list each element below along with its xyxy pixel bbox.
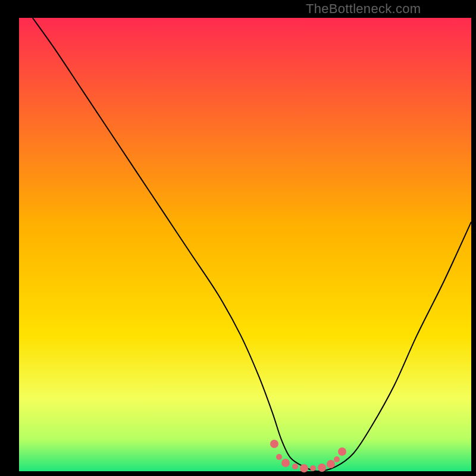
data-marker <box>270 440 278 448</box>
data-marker <box>310 465 316 471</box>
data-marker <box>300 464 308 472</box>
data-marker <box>281 459 290 467</box>
data-marker <box>292 464 298 469</box>
chart-container: TheBottleneck.com <box>0 0 476 476</box>
attribution-text: TheBottleneck.com <box>306 1 421 17</box>
heatmap-gradient <box>19 18 471 471</box>
data-marker <box>334 456 340 462</box>
data-marker <box>318 464 326 472</box>
data-marker <box>338 447 346 456</box>
data-marker <box>276 454 282 460</box>
